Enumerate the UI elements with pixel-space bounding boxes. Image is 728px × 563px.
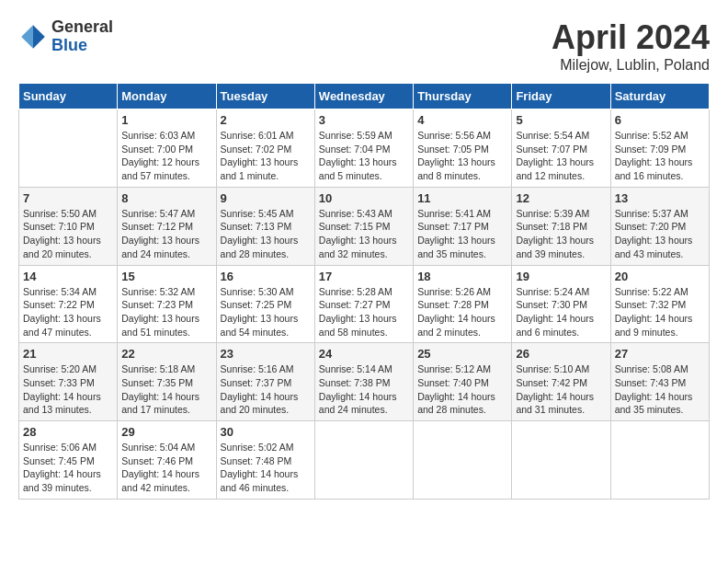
weekday-header: Thursday <box>414 84 512 109</box>
day-info: Sunrise: 5:28 AM Sunset: 7:27 PM Dayligh… <box>319 285 409 339</box>
calendar-cell <box>19 109 118 188</box>
day-info: Sunrise: 6:03 AM Sunset: 7:00 PM Dayligh… <box>121 129 211 183</box>
day-number: 23 <box>221 347 311 361</box>
day-info: Sunrise: 5:18 AM Sunset: 7:35 PM Dayligh… <box>121 362 211 417</box>
day-number: 11 <box>417 191 507 205</box>
day-info: Sunrise: 5:10 AM Sunset: 7:42 PM Dayligh… <box>516 362 606 417</box>
day-info: Sunrise: 5:50 AM Sunset: 7:10 PM Dayligh… <box>23 207 113 261</box>
calendar-cell <box>314 421 413 500</box>
day-number: 22 <box>121 347 211 361</box>
calendar-cell: 7Sunrise: 5:50 AM Sunset: 7:10 PM Daylig… <box>19 187 118 265</box>
logo-icon <box>18 22 48 52</box>
day-info: Sunrise: 5:41 AM Sunset: 7:17 PM Dayligh… <box>417 207 507 261</box>
day-info: Sunrise: 5:56 AM Sunset: 7:05 PM Dayligh… <box>417 129 507 183</box>
day-number: 1 <box>121 113 211 127</box>
calendar-cell: 5Sunrise: 5:54 AM Sunset: 7:07 PM Daylig… <box>512 109 610 188</box>
day-number: 21 <box>23 347 113 361</box>
calendar-cell: 18Sunrise: 5:26 AM Sunset: 7:28 PM Dayli… <box>414 265 512 343</box>
calendar-week-row: 7Sunrise: 5:50 AM Sunset: 7:10 PM Daylig… <box>19 187 710 265</box>
calendar-cell: 15Sunrise: 5:32 AM Sunset: 7:23 PM Dayli… <box>118 265 216 343</box>
day-number: 16 <box>221 270 311 283</box>
day-info: Sunrise: 5:20 AM Sunset: 7:33 PM Dayligh… <box>23 362 113 417</box>
day-info: Sunrise: 5:24 AM Sunset: 7:30 PM Dayligh… <box>516 285 606 339</box>
day-info: Sunrise: 6:01 AM Sunset: 7:02 PM Dayligh… <box>221 129 311 183</box>
calendar-cell: 1Sunrise: 6:03 AM Sunset: 7:00 PM Daylig… <box>118 109 216 188</box>
calendar-cell: 9Sunrise: 5:45 AM Sunset: 7:13 PM Daylig… <box>216 187 314 265</box>
calendar-cell: 4Sunrise: 5:56 AM Sunset: 7:05 PM Daylig… <box>414 109 512 188</box>
svg-marker-0 <box>33 25 45 37</box>
day-number: 17 <box>319 270 409 283</box>
weekday-header: Wednesday <box>314 84 413 109</box>
logo-general: General <box>51 18 113 37</box>
calendar-cell: 26Sunrise: 5:10 AM Sunset: 7:42 PM Dayli… <box>512 343 610 421</box>
day-number: 7 <box>23 191 113 205</box>
day-number: 26 <box>516 347 606 361</box>
calendar-cell <box>414 421 512 500</box>
calendar-cell: 24Sunrise: 5:14 AM Sunset: 7:38 PM Dayli… <box>314 343 413 421</box>
day-info: Sunrise: 5:54 AM Sunset: 7:07 PM Dayligh… <box>516 129 606 183</box>
calendar-cell: 25Sunrise: 5:12 AM Sunset: 7:40 PM Dayli… <box>414 343 512 421</box>
calendar-cell: 27Sunrise: 5:08 AM Sunset: 7:43 PM Dayli… <box>610 343 709 421</box>
day-info: Sunrise: 5:08 AM Sunset: 7:43 PM Dayligh… <box>615 362 705 417</box>
calendar-cell: 13Sunrise: 5:37 AM Sunset: 7:20 PM Dayli… <box>610 187 709 265</box>
calendar-cell: 10Sunrise: 5:43 AM Sunset: 7:15 PM Dayli… <box>314 187 413 265</box>
day-number: 25 <box>417 347 507 361</box>
day-info: Sunrise: 5:39 AM Sunset: 7:18 PM Dayligh… <box>516 207 606 261</box>
calendar-cell <box>610 421 709 500</box>
title-block: April 2024 Milejow, Lublin, Poland <box>552 18 710 74</box>
day-info: Sunrise: 5:16 AM Sunset: 7:37 PM Dayligh… <box>221 362 311 417</box>
calendar-cell: 22Sunrise: 5:18 AM Sunset: 7:35 PM Dayli… <box>118 343 216 421</box>
logo-blue: Blue <box>51 37 113 55</box>
day-number: 4 <box>417 113 507 127</box>
weekday-header: Friday <box>512 84 610 109</box>
day-info: Sunrise: 5:02 AM Sunset: 7:48 PM Dayligh… <box>221 441 311 495</box>
calendar-cell: 3Sunrise: 5:59 AM Sunset: 7:04 PM Daylig… <box>314 109 413 188</box>
day-number: 5 <box>516 113 606 127</box>
day-number: 19 <box>516 270 606 283</box>
day-number: 8 <box>121 191 211 205</box>
calendar-cell: 14Sunrise: 5:34 AM Sunset: 7:22 PM Dayli… <box>19 265 118 343</box>
calendar-subtitle: Milejow, Lublin, Poland <box>552 57 710 74</box>
weekday-header: Tuesday <box>216 84 314 109</box>
day-info: Sunrise: 5:32 AM Sunset: 7:23 PM Dayligh… <box>121 285 211 339</box>
svg-marker-1 <box>21 25 33 37</box>
day-info: Sunrise: 5:26 AM Sunset: 7:28 PM Dayligh… <box>417 285 507 339</box>
calendar-cell: 30Sunrise: 5:02 AM Sunset: 7:48 PM Dayli… <box>216 421 314 500</box>
calendar-cell: 23Sunrise: 5:16 AM Sunset: 7:37 PM Dayli… <box>216 343 314 421</box>
calendar-cell: 29Sunrise: 5:04 AM Sunset: 7:46 PM Dayli… <box>118 421 216 500</box>
weekday-header: Monday <box>118 84 216 109</box>
day-number: 9 <box>221 191 311 205</box>
calendar-cell: 19Sunrise: 5:24 AM Sunset: 7:30 PM Dayli… <box>512 265 610 343</box>
day-info: Sunrise: 5:22 AM Sunset: 7:32 PM Dayligh… <box>615 285 705 339</box>
day-info: Sunrise: 5:47 AM Sunset: 7:12 PM Dayligh… <box>121 207 211 261</box>
day-number: 15 <box>121 270 211 283</box>
calendar-week-row: 21Sunrise: 5:20 AM Sunset: 7:33 PM Dayli… <box>19 343 710 421</box>
day-info: Sunrise: 5:14 AM Sunset: 7:38 PM Dayligh… <box>319 362 409 417</box>
day-number: 6 <box>615 113 705 127</box>
day-info: Sunrise: 5:45 AM Sunset: 7:13 PM Dayligh… <box>221 207 311 261</box>
calendar-cell: 11Sunrise: 5:41 AM Sunset: 7:17 PM Dayli… <box>414 187 512 265</box>
day-number: 14 <box>23 270 113 283</box>
calendar-week-row: 1Sunrise: 6:03 AM Sunset: 7:00 PM Daylig… <box>19 109 710 188</box>
page-header: General Blue April 2024 Milejow, Lublin,… <box>18 18 710 74</box>
calendar-cell <box>512 421 610 500</box>
day-number: 20 <box>615 270 705 283</box>
day-info: Sunrise: 5:43 AM Sunset: 7:15 PM Dayligh… <box>319 207 409 261</box>
day-info: Sunrise: 5:37 AM Sunset: 7:20 PM Dayligh… <box>615 207 705 261</box>
day-number: 18 <box>417 270 507 283</box>
logo: General Blue <box>18 18 113 55</box>
day-number: 12 <box>516 191 606 205</box>
calendar-header-row: SundayMondayTuesdayWednesdayThursdayFrid… <box>19 84 710 109</box>
day-info: Sunrise: 5:06 AM Sunset: 7:45 PM Dayligh… <box>23 441 113 495</box>
day-info: Sunrise: 5:34 AM Sunset: 7:22 PM Dayligh… <box>23 285 113 339</box>
day-number: 24 <box>319 347 409 361</box>
calendar-table: SundayMondayTuesdayWednesdayThursdayFrid… <box>18 83 710 500</box>
calendar-cell: 17Sunrise: 5:28 AM Sunset: 7:27 PM Dayli… <box>314 265 413 343</box>
day-number: 29 <box>121 425 211 439</box>
logo-text: General Blue <box>51 18 113 55</box>
calendar-cell: 2Sunrise: 6:01 AM Sunset: 7:02 PM Daylig… <box>216 109 314 188</box>
day-number: 27 <box>615 347 705 361</box>
day-number: 28 <box>23 425 113 439</box>
calendar-cell: 12Sunrise: 5:39 AM Sunset: 7:18 PM Dayli… <box>512 187 610 265</box>
day-number: 2 <box>221 113 311 127</box>
